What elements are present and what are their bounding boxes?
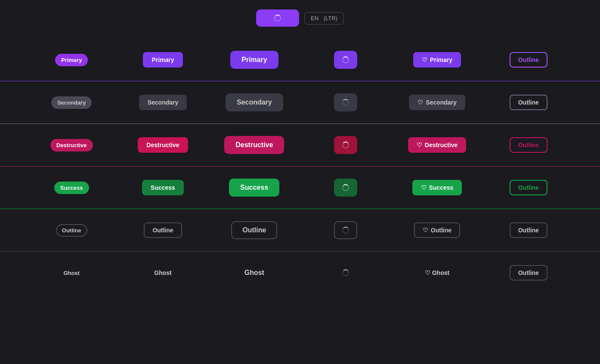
lang-label: EN xyxy=(311,15,319,22)
destructive-loading-button[interactable] xyxy=(334,136,357,154)
cell-outline-outline2: Outline xyxy=(483,222,574,238)
primary-lg-button[interactable]: Primary xyxy=(230,51,278,69)
cell-outline-md: Outline xyxy=(117,222,208,238)
ghost-loading-button[interactable] xyxy=(334,264,357,282)
primary-outline-button[interactable]: Outline xyxy=(510,52,547,68)
destructive-sm-button[interactable]: Destructive xyxy=(50,139,93,151)
success-spinner xyxy=(342,184,349,191)
ghost-sm-button[interactable]: Ghost xyxy=(56,266,87,280)
success-row: Success Success Success ♡ Success Outli xyxy=(0,167,600,209)
cell-ghost-md: Ghost xyxy=(117,266,208,280)
cell-success-loading xyxy=(300,179,391,197)
cell-destructive-sm: Destructive xyxy=(26,139,117,151)
cell-destructive-md: Destructive xyxy=(117,137,208,153)
cell-outline-icon: ♡ Outline xyxy=(391,222,482,238)
heart-icon-succ: ♡ xyxy=(421,184,427,191)
cell-secondary-loading xyxy=(300,93,391,111)
secondary-loading-button[interactable] xyxy=(334,93,357,111)
secondary-spinner xyxy=(342,99,349,106)
success-icon-button[interactable]: ♡ Success xyxy=(412,180,462,195)
lang-button[interactable]: EN (LTR) xyxy=(304,12,344,25)
cell-ghost-icon: ♡ Ghost xyxy=(391,266,482,280)
primary-sm-button[interactable]: Primary xyxy=(55,54,88,66)
success-md-button[interactable]: Success xyxy=(142,180,184,195)
secondary-outline-button[interactable]: Outline xyxy=(510,95,547,110)
cell-primary-loading xyxy=(300,51,391,69)
secondary-lg-button[interactable]: Secondary xyxy=(226,93,283,111)
heart-icon: ♡ xyxy=(422,56,427,63)
cell-secondary-lg: Secondary xyxy=(209,93,300,111)
ghost-outline-button[interactable]: Outline xyxy=(510,265,547,281)
outline-md-button[interactable]: Outline xyxy=(144,222,182,238)
cell-secondary-sm: Secondary xyxy=(26,96,117,109)
cell-success-icon: ♡ Success xyxy=(391,180,482,195)
top-loading-button[interactable] xyxy=(256,9,299,27)
cell-success-lg: Success xyxy=(209,179,300,197)
primary-icon-button[interactable]: ♡ Primary xyxy=(413,52,461,68)
cell-outline-sm: Outline xyxy=(26,224,117,237)
secondary-row: Secondary Secondary Secondary ♡ Secondar… xyxy=(0,81,600,124)
success-loading-button[interactable] xyxy=(334,179,357,197)
primary-loading-button[interactable] xyxy=(334,51,357,69)
ghost-icon-button[interactable]: ♡ Ghost xyxy=(417,266,457,280)
cell-destructive-loading xyxy=(300,136,391,154)
cell-destructive-lg: Destructive xyxy=(209,136,300,154)
cell-secondary-outline: Outline xyxy=(483,95,574,110)
destructive-outline-button[interactable]: Outline xyxy=(510,137,547,153)
cell-primary-sm: Primary xyxy=(26,54,117,66)
heart-icon-out: ♡ xyxy=(423,227,428,234)
destructive-row: Destructive Destructive Destructive ♡ De… xyxy=(0,124,600,167)
cell-success-sm: Success xyxy=(26,182,117,194)
spinner-icon xyxy=(274,15,281,22)
success-lg-button[interactable]: Success xyxy=(229,179,279,197)
outline-icon-button[interactable]: ♡ Outline xyxy=(414,222,460,238)
cell-success-outline: Outline xyxy=(483,180,574,195)
success-outline-button[interactable]: Outline xyxy=(510,180,547,195)
outline-outline2-button[interactable]: Outline xyxy=(510,222,547,238)
cell-destructive-outline: Outline xyxy=(483,137,574,153)
cell-success-md: Success xyxy=(117,180,208,195)
outline-loading-button[interactable] xyxy=(334,221,357,239)
cell-primary-md: Primary xyxy=(117,52,208,68)
outline-spinner xyxy=(342,227,349,234)
ghost-lg-button[interactable]: Ghost xyxy=(234,265,275,281)
cell-outline-loading xyxy=(300,221,391,239)
cell-ghost-outline: Outline xyxy=(483,265,574,281)
top-section: EN (LTR) xyxy=(0,0,600,39)
lang-sub: (LTR) xyxy=(324,15,337,22)
primary-md-button[interactable]: Primary xyxy=(143,52,182,68)
destructive-icon-button[interactable]: ♡ Destructive xyxy=(408,137,466,153)
cell-primary-icon: ♡ Primary xyxy=(391,52,482,68)
cell-secondary-icon: ♡ Secondary xyxy=(391,95,482,110)
heart-icon-ghost: ♡ xyxy=(425,269,430,276)
button-rows: Primary Primary Primary ♡ Primary Outli xyxy=(0,39,600,294)
primary-row: Primary Primary Primary ♡ Primary Outli xyxy=(0,39,600,81)
ghost-row: Ghost Ghost Ghost ♡ Ghost Outline xyxy=(0,252,600,294)
secondary-sm-button[interactable]: Secondary xyxy=(51,96,92,109)
cell-ghost-sm: Ghost xyxy=(26,266,117,280)
primary-spinner xyxy=(342,56,349,63)
ghost-md-button[interactable]: Ghost xyxy=(146,266,179,280)
destructive-md-button[interactable]: Destructive xyxy=(138,137,188,153)
success-sm-button[interactable]: Success xyxy=(54,182,89,194)
outline-row: Outline Outline Outline ♡ Outline Outli xyxy=(0,209,600,252)
ghost-spinner xyxy=(342,269,349,276)
destructive-spinner xyxy=(342,142,349,148)
destructive-lg-button[interactable]: Destructive xyxy=(224,136,284,154)
cell-outline-lg: Outline xyxy=(209,221,300,239)
secondary-icon-button[interactable]: ♡ Secondary xyxy=(409,95,465,110)
outline-lg-button[interactable]: Outline xyxy=(231,221,277,239)
heart-icon-dest: ♡ xyxy=(417,142,422,148)
cell-destructive-icon: ♡ Destructive xyxy=(391,137,482,153)
secondary-md-button[interactable]: Secondary xyxy=(139,95,187,110)
cell-secondary-md: Secondary xyxy=(117,95,208,110)
page-wrapper: EN (LTR) Primary Primary Primary xyxy=(0,0,600,294)
cell-primary-outline: Outline xyxy=(483,52,574,68)
heart-icon-sec: ♡ xyxy=(418,99,423,106)
cell-primary-lg: Primary xyxy=(209,51,300,69)
cell-ghost-loading xyxy=(300,264,391,282)
outline-sm-button[interactable]: Outline xyxy=(56,224,87,237)
cell-ghost-lg: Ghost xyxy=(209,265,300,281)
